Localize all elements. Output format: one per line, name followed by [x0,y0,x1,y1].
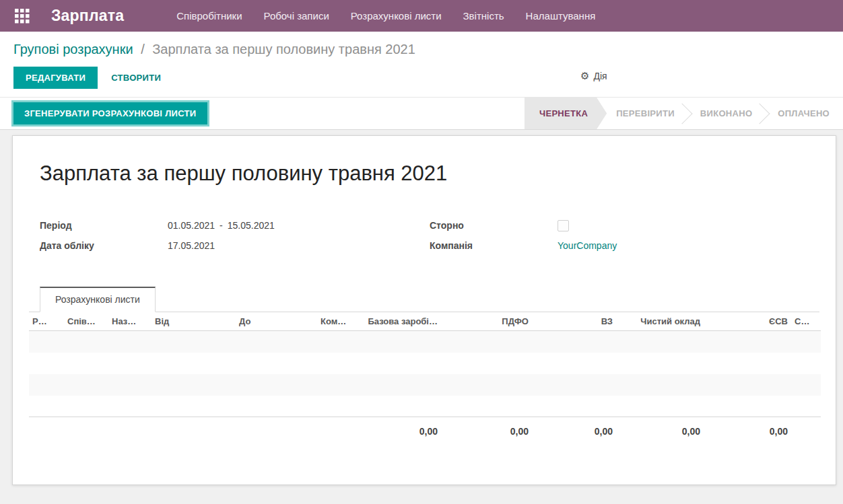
total-esv: 0,00 [704,417,791,449]
col-header-company[interactable]: Ком… [317,312,358,331]
period-dash: - [220,220,223,231]
field-credit-note: Сторно [430,215,819,236]
top-navbar: Зарплата Співробітники Робочі записи Роз… [0,0,843,32]
total-pdfo: 0,00 [441,417,532,449]
nav-item-employees[interactable]: Співробітники [166,0,252,32]
period-from-value: 01.05.2021 [168,220,215,231]
total-basic-wage: 0,00 [358,417,441,449]
col-header-pdfo[interactable]: ПДФО [441,312,532,331]
action-dropdown[interactable]: ⚙ Дія [580,70,607,82]
field-groups: Період 01.05.2021 - 15.05.2021 Дата облі… [40,215,819,256]
col-header-esv[interactable]: ЄСВ [704,312,791,331]
edit-button[interactable]: РЕДАГУВАТИ [13,67,98,89]
credit-note-label: Сторно [430,220,558,231]
col-header-to[interactable]: До [236,312,317,331]
field-group-left: Період 01.05.2021 - 15.05.2021 Дата облі… [40,215,430,256]
breadcrumb-current: Зарплата за першу половину травня 2021 [152,42,415,57]
apps-grid-icon[interactable] [13,7,31,25]
col-header-status[interactable]: С… [791,312,821,331]
field-period: Період 01.05.2021 - 15.05.2021 [40,215,430,236]
action-button-row: РЕДАГУВАТИ СТВОРИТИ ⚙ Дія [13,67,830,89]
breadcrumb-separator: / [141,42,145,57]
stage-draft[interactable]: ЧЕРНЕТКА [525,98,607,129]
breadcrumb-parent-link[interactable]: Групові розрахунки [13,42,133,57]
stage-pipeline: ЧЕРНЕТКА ПЕРЕВІРИТИ ВИКОНАНО ОПЛАЧЕНО [525,98,843,129]
nav-item-settings[interactable]: Налаштування [515,0,607,32]
nav-item-work-entries[interactable]: Робочі записи [253,0,340,32]
company-label: Компанія [430,240,558,251]
period-to-value: 15.05.2021 [228,220,275,231]
statusbar: ЗГЕНЕРУВАТИ РОЗРАХУНКОВІ ЛИСТИ ЧЕРНЕТКА … [0,97,843,130]
nav-item-reporting[interactable]: Звітність [452,0,515,32]
col-header-vz[interactable]: ВЗ [532,312,616,331]
tab-payslips[interactable]: Розрахункові листи [40,287,156,312]
app-brand-title[interactable]: Зарплата [51,7,124,25]
table-body [29,331,821,417]
field-group-right: Сторно Компанія YourCompany [430,215,819,256]
gear-icon: ⚙ [580,70,589,82]
generate-payslips-button[interactable]: ЗГЕНЕРУВАТИ РОЗРАХУНКОВІ ЛИСТИ [13,102,207,124]
col-header-employee[interactable]: Спів… [64,312,108,331]
record-title: Зарплата за першу половину травня 2021 [40,161,819,186]
stage-paid[interactable]: ОПЛАЧЕНО [768,98,839,129]
create-button[interactable]: СТВОРИТИ [98,67,174,88]
empty-table-row [29,353,821,374]
table-footer-row: 0,00 0,00 0,00 0,00 0,00 [29,417,821,449]
col-header-basic-wage[interactable]: Базова заробі… [358,312,441,331]
nav-item-payslips[interactable]: Розрахункові листи [340,0,452,32]
col-header-net-wage[interactable]: Чистий оклад [616,312,704,331]
empty-table-row [29,374,821,396]
accounting-date-label: Дата обліку [40,240,168,251]
empty-table-row [29,396,821,417]
field-accounting-date: Дата обліку 17.05.2021 [40,236,430,256]
field-company: Компанія YourCompany [430,236,819,256]
total-net-wage: 0,00 [616,417,704,449]
payslips-table: Р… Спів… Наз… Від До Ком… Базова заробі…… [29,312,821,449]
company-link[interactable]: YourCompany [558,240,617,251]
empty-table-row [29,331,821,353]
accounting-date-value: 17.05.2021 [168,240,215,251]
col-header-name[interactable]: Наз… [108,312,151,331]
total-vz: 0,00 [532,417,616,449]
notebook-tab-bar: Розрахункові листи [29,287,819,312]
period-label: Період [40,220,168,231]
credit-note-checkbox[interactable] [558,220,569,231]
main-menu: Співробітники Робочі записи Розрахункові… [166,0,606,32]
breadcrumb: Групові розрахунки / Зарплата за першу п… [13,42,830,57]
form-view-background: Зарплата за першу половину травня 2021 П… [0,130,843,485]
col-header-from[interactable]: Від [151,312,236,331]
col-header-reference[interactable]: Р… [29,312,64,331]
action-dropdown-label: Дія [593,71,607,81]
form-sheet: Зарплата за першу половину травня 2021 П… [12,135,836,485]
control-panel: Групові розрахунки / Зарплата за першу п… [0,32,843,97]
table-header-row: Р… Спів… Наз… Від До Ком… Базова заробі…… [29,312,821,331]
